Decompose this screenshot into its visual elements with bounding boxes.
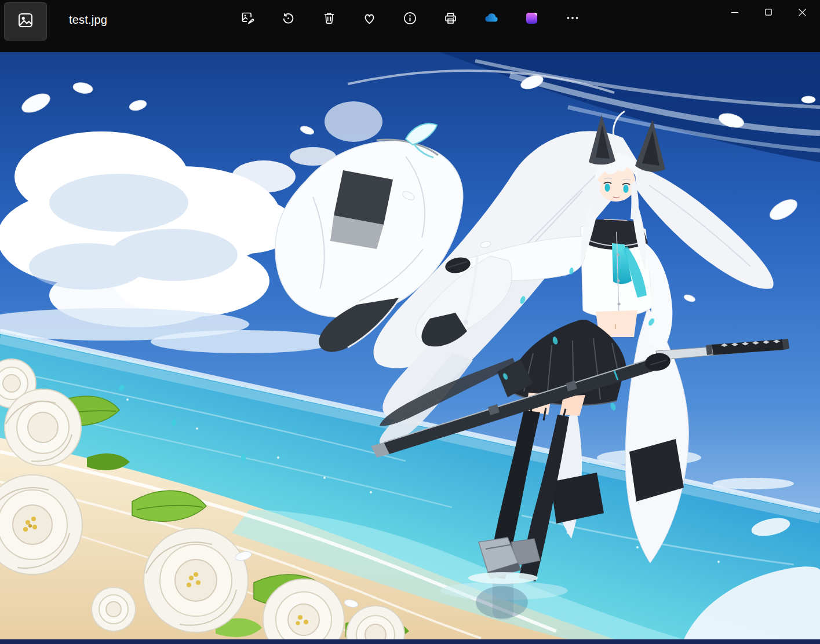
trash-icon [322,10,337,28]
window-controls [718,0,819,24]
clipchamp-icon [524,10,540,28]
photo-test-jpg [0,52,820,639]
photos-app-icon-tile[interactable] [4,2,47,41]
rose [5,389,81,466]
maximize-button[interactable] [752,0,785,24]
edit-in-clipchamp-button[interactable] [519,6,545,32]
minimize-button[interactable] [718,0,752,24]
rose [92,587,136,631]
delete-button[interactable] [316,6,342,32]
heart-icon [362,10,377,28]
edit-image-button[interactable] [235,6,261,32]
window-title: test.jpg [69,13,107,27]
bottom-edge [0,639,820,644]
photos-app-window: test.jpg [0,0,820,644]
print-button[interactable] [438,6,464,32]
save-to-onedrive-button[interactable] [478,6,505,32]
printer-icon [443,10,458,28]
toolbar [235,6,586,32]
info-icon [402,10,418,28]
titlebar: test.jpg [0,0,820,52]
image-viewer-canvas[interactable] [0,52,820,639]
photos-app-icon [17,12,34,31]
favorite-button[interactable] [356,6,383,32]
rose [144,528,248,632]
onedrive-cloud-icon [483,9,500,29]
ellipsis-icon [565,10,580,28]
image-pencil-icon [240,10,256,28]
file-info-button[interactable] [397,6,424,32]
more-options-button[interactable] [559,6,586,32]
close-button[interactable] [785,0,819,24]
rotate-button[interactable] [275,6,302,32]
rotate-icon [280,10,296,28]
